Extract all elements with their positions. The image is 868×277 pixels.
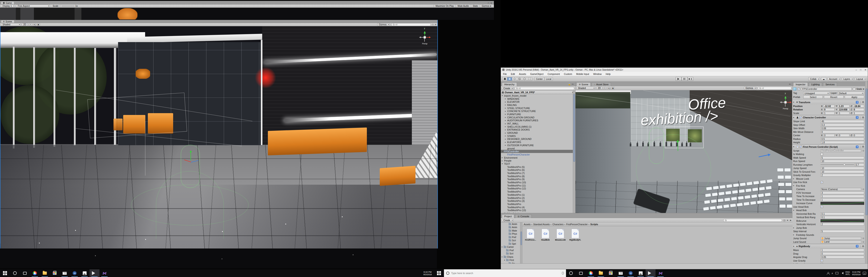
move-tool-button[interactable] (507, 77, 512, 81)
project-search[interactable] (723, 219, 782, 222)
menu-window[interactable]: Window (591, 73, 603, 75)
layer-dropdown[interactable]: Default (838, 92, 864, 94)
window-title-bar[interactable]: Unity 2018.2.6f1 Personal (64bit) - Osma… (501, 68, 868, 72)
gizmo-center-cube[interactable] (424, 36, 426, 38)
script-file-tile[interactable]: C#FirstPerso... (525, 229, 536, 241)
audio-object-field[interactable]: Jump (820, 237, 861, 240)
chrome-taskbar-icon[interactable] (586, 269, 596, 277)
hierarchy-item[interactable]: ▸STAIRS (501, 134, 575, 138)
menu-assets[interactable]: Assets (517, 73, 528, 75)
project-search-input[interactable] (727, 219, 780, 221)
tab-game[interactable]: Game (1, 1, 14, 4)
hierarchy-item[interactable]: ▸People (501, 159, 575, 162)
breadcrumb-item[interactable]: Scripts (590, 223, 598, 226)
hierarchy-item[interactable]: TextMeshPro (6) (501, 169, 575, 172)
object-picker-icon[interactable]: ⊙ (862, 188, 864, 190)
menu-component[interactable]: Component (546, 73, 562, 75)
file-explorer-taskbar-icon[interactable] (40, 269, 50, 277)
chrome-taskbar-icon[interactable] (30, 269, 40, 277)
start-button[interactable] (0, 269, 10, 277)
value-field[interactable]: 0.5 (820, 138, 864, 140)
language-indicator[interactable]: ENG INTL (846, 271, 850, 275)
visual-studio-taskbar-icon[interactable]: ⋈ (99, 269, 110, 277)
value-field[interactable]: 0.05 (820, 256, 864, 258)
vector-field-z[interactable]: -18.84 (853, 105, 864, 108)
project-folder-item[interactable]: Anim (501, 226, 522, 229)
hierarchy-item[interactable]: ▸STEEL STRUCTURE (501, 107, 575, 110)
hierarchy-item[interactable]: ▸DESIGNED_GROUND (501, 138, 575, 141)
step-button[interactable] (687, 77, 693, 81)
prefab-revert-button[interactable]: Revert (824, 95, 843, 99)
foldout-arrow-icon[interactable]: ▾ (793, 116, 796, 118)
collab-dropdown[interactable]: Collab (808, 77, 819, 81)
vector-field-y[interactable]: 0 (838, 134, 849, 137)
value-field[interactable]: 1 (820, 195, 864, 198)
object-field[interactable]: None (Camera) (820, 188, 861, 191)
foldout-arrow-icon[interactable]: ▾ (793, 245, 796, 247)
value-field[interactable]: 5 (820, 230, 864, 233)
component-header[interactable]: ▾⌖Transform?⋮⚙ (792, 100, 865, 104)
stats-button[interactable]: Stats (471, 5, 480, 7)
foldout-arrow-icon[interactable]: ▾ (793, 146, 796, 148)
store-taskbar-icon[interactable] (606, 269, 616, 277)
value-field[interactable]: 0.08 (820, 127, 864, 130)
hierarchy-item[interactable]: TextMeshPro (11) (501, 184, 575, 187)
vector-field-z[interactable]: 0 (853, 134, 864, 137)
hierarchy-item[interactable]: TextMeshPro (12) (501, 187, 575, 190)
cortana-taskbar-icon[interactable] (566, 269, 576, 277)
lighting-toggle-icon[interactable]: ☀ (603, 87, 607, 89)
foldout-arrow-icon[interactable]: ▸ (505, 107, 507, 109)
vector-field-z[interactable]: 1 (853, 112, 864, 114)
audio-object-field[interactable]: Land (820, 241, 861, 243)
hierarchy-item[interactable]: TextMeshPro (2) (501, 196, 575, 200)
minimize-icon[interactable]: – (856, 68, 857, 71)
store-taskbar-icon[interactable] (50, 269, 60, 277)
audio-toggle-icon[interactable]: ◄) (33, 23, 36, 26)
hierarchy-item[interactable]: TextMeshPro (4) (501, 206, 575, 209)
tab-console[interactable]: ▤ Console (515, 214, 532, 218)
scene-search-input-left[interactable] (395, 24, 429, 26)
pane-menu-icon[interactable]: ▾≡ (572, 83, 574, 85)
hierarchy-item[interactable]: ▸ENTRANCE DOORS (501, 128, 575, 132)
z-axis-cone[interactable] (418, 36, 421, 38)
hierarchy-item[interactable]: ground (501, 147, 575, 150)
close-icon[interactable]: ✕ (435, 24, 436, 26)
tab-asset-store[interactable]: ⌂ Asset Store (592, 82, 611, 86)
value-field[interactable]: 0.1 (820, 213, 864, 215)
foldout-arrow-icon[interactable]: ▾ (793, 101, 796, 103)
foldout-arrow-icon[interactable]: ▸ (793, 178, 796, 180)
hierarchy-item[interactable]: ▸ELEVATORS (501, 141, 575, 144)
value-field[interactable]: 10 (820, 160, 864, 163)
tab-lighting[interactable]: Lighting (809, 82, 822, 86)
value-field[interactable]: 0.3 (820, 123, 864, 126)
foldout-arrow-icon[interactable]: ▾ (502, 94, 504, 96)
hierarchy-item[interactable]: TextMeshPro (501, 190, 575, 193)
file-explorer-taskbar-icon[interactable] (596, 269, 606, 277)
prefab-select-button[interactable]: Select (803, 95, 823, 99)
display-dropdown[interactable]: Display 1 (1, 4, 15, 7)
aspect-dropdown[interactable]: Free Aspect (16, 4, 50, 7)
value-field[interactable]: 5 (820, 156, 864, 159)
visual-studio-taskbar-icon[interactable]: ⋈ (655, 269, 665, 277)
hierarchy-item[interactable]: ▸FURNITURE (501, 113, 575, 116)
create-dropdown[interactable]: Create (502, 87, 514, 90)
component-header[interactable]: ▾♟✓Character Controller?⋮⚙ (792, 115, 865, 120)
vector-field-x[interactable]: 1 (823, 112, 835, 114)
hierarchy-item[interactable]: ▸RAILING (501, 104, 575, 107)
foldout-arrow-icon[interactable]: ▸ (505, 110, 507, 112)
project-folder-item[interactable]: Pref (501, 236, 522, 239)
x-axis-cone[interactable] (429, 36, 432, 38)
menu-mobile-input[interactable]: Mobile Input (574, 73, 591, 75)
vr-app-taskbar-icon[interactable]: VR (626, 269, 636, 277)
gizmos-dropdown[interactable]: Gizmos (744, 87, 756, 90)
network-icon[interactable] (835, 272, 838, 274)
hierarchy-item[interactable]: ▸AUDITORIUM FURNITURES (501, 119, 575, 122)
project-folder-item[interactable]: Spri (501, 242, 522, 246)
hierarchy-item[interactable]: TextMeshPro (501, 202, 575, 206)
object-picker-icon[interactable]: ⊙ (862, 149, 864, 152)
task-view-taskbar-icon[interactable] (576, 269, 586, 277)
scene-orientation-gizmo[interactable]: y Persp (418, 29, 431, 46)
unity-taskbar-icon[interactable] (90, 269, 99, 277)
vector-field-x[interactable]: -12.02 (823, 105, 835, 108)
foldout-arrow-icon[interactable]: ▾ (793, 185, 796, 187)
